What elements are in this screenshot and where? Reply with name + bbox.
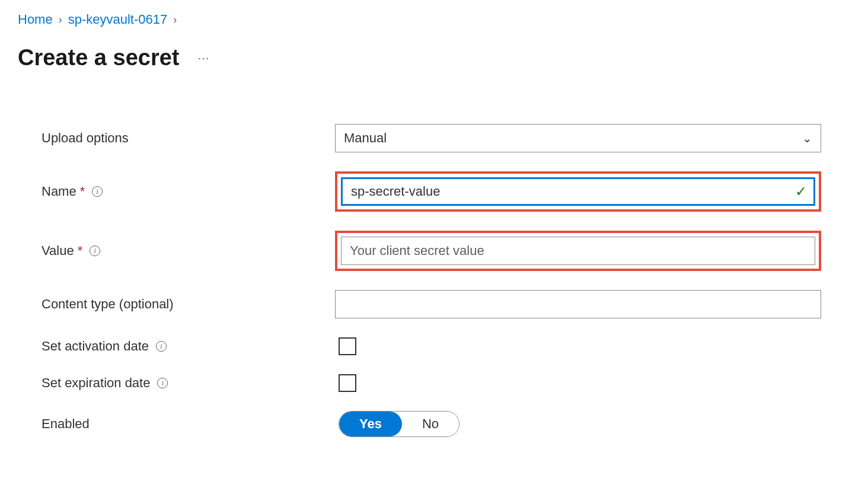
chevron-down-icon: ⌄ (802, 131, 812, 145)
content-type-input[interactable] (335, 290, 821, 318)
enabled-no[interactable]: No (402, 412, 459, 436)
more-icon[interactable]: ⋯ (197, 51, 210, 65)
info-icon[interactable]: i (92, 186, 103, 197)
enabled-yes[interactable]: Yes (339, 412, 402, 436)
value-input[interactable] (341, 237, 815, 265)
content-type-label: Content type (optional) (42, 296, 335, 312)
upload-options-label: Upload options (42, 130, 335, 146)
breadcrumb-vault[interactable]: sp-keyvault-0617 (68, 12, 168, 27)
breadcrumb: Home › sp-keyvault-0617 › (18, 12, 850, 27)
activation-date-checkbox[interactable] (339, 337, 356, 355)
info-icon[interactable]: i (90, 246, 100, 256)
check-icon: ✓ (795, 183, 807, 200)
breadcrumb-home[interactable]: Home (18, 12, 53, 27)
name-input[interactable] (341, 177, 815, 206)
enabled-toggle: Yes No (339, 411, 459, 437)
create-secret-form: Upload options Manual ⌄ Name * i ✓ Value… (18, 124, 850, 437)
page-title: Create a secret (18, 45, 180, 71)
info-icon[interactable]: i (156, 341, 167, 352)
value-label: Value * i (42, 243, 335, 259)
chevron-right-icon: › (59, 14, 62, 26)
upload-options-select[interactable]: Manual ⌄ (335, 124, 821, 152)
upload-options-value: Manual (344, 130, 387, 146)
enabled-label: Enabled (42, 416, 335, 432)
info-icon[interactable]: i (157, 378, 168, 388)
expiration-date-checkbox[interactable] (339, 374, 356, 392)
required-icon: * (78, 243, 83, 259)
chevron-right-icon: › (173, 14, 177, 26)
required-icon: * (80, 184, 85, 199)
activation-date-label: Set activation date i (42, 339, 335, 354)
expiration-date-label: Set expiration date i (42, 375, 335, 391)
name-label: Name * i (42, 184, 335, 199)
